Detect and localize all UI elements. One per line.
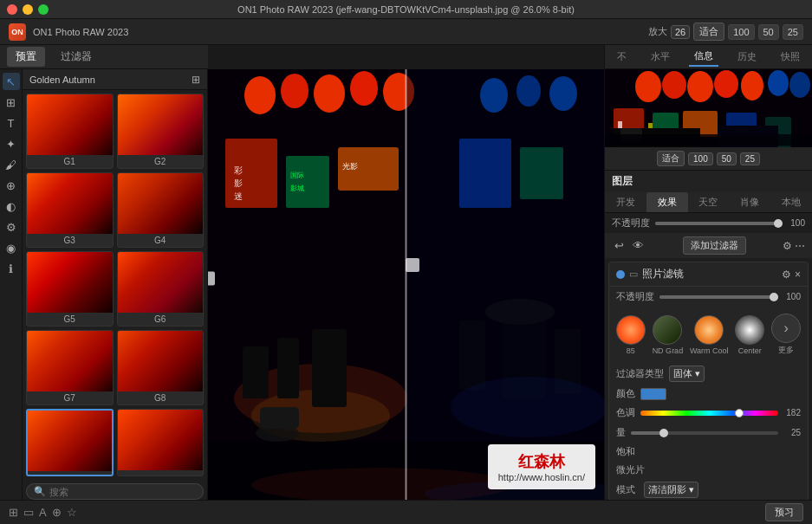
svg-point-46 xyxy=(789,72,810,98)
preset-more[interactable]: › 更多 xyxy=(771,314,801,356)
tab-filters[interactable]: 过滤器 xyxy=(52,47,101,67)
add-filter-row: ↩ 👁 添加过滤器 ⚙ ⋯ xyxy=(605,233,812,258)
color-tone-slider[interactable] xyxy=(640,411,778,416)
thumbnail-g4[interactable]: G4 xyxy=(117,172,205,248)
zoom-25-button[interactable]: 25 xyxy=(783,24,803,40)
thumbnail-extra[interactable] xyxy=(117,409,205,476)
tool-select-icon[interactable]: ↖ xyxy=(3,73,20,90)
thumbnail-g8[interactable]: G8 xyxy=(117,330,205,405)
preview-button[interactable]: 预习 xyxy=(765,503,803,521)
zoom-50-sm[interactable]: 50 xyxy=(717,152,737,165)
tab-level[interactable]: 水平 xyxy=(646,48,675,66)
filmstrip-panel: Golden Autumn ⊞ G1 G2 G3 G4 G5 xyxy=(23,69,208,500)
preset-warm-circle[interactable] xyxy=(694,315,724,345)
layer-tab-sky[interactable]: 天空 xyxy=(688,192,730,212)
filter-opacity-label: 不透明度 xyxy=(616,290,654,303)
tool-mask-icon[interactable]: ◉ xyxy=(3,239,20,256)
layer-tab-develop[interactable]: 开发 xyxy=(605,192,646,212)
search-area: 🔍 xyxy=(23,480,207,500)
filter-type-select[interactable]: 固体 ▾ xyxy=(669,366,705,382)
tool-heal-icon[interactable]: ✦ xyxy=(3,135,20,152)
filter-rotate-icon[interactable]: ↩ xyxy=(612,237,627,254)
preset-warm-cool[interactable]: Warm Cool xyxy=(690,315,729,355)
tab-snapshot[interactable]: 快照 xyxy=(776,48,805,66)
preset-nd-circle[interactable] xyxy=(653,315,682,345)
search-icon: 🔍 xyxy=(34,486,46,497)
tool-brush-icon[interactable]: 🖌 xyxy=(3,156,20,173)
preset-85[interactable]: 85 xyxy=(616,315,646,355)
tab-history[interactable]: 历史 xyxy=(732,48,762,66)
tool-crop-icon[interactable]: ⊞ xyxy=(3,94,20,111)
thumbnail-g1[interactable]: G1 xyxy=(26,94,114,169)
thumbnail-g5[interactable]: G5 xyxy=(26,251,114,327)
filmstrip-grid-toggle[interactable]: ⊞ xyxy=(192,74,200,86)
tool-gradient-icon[interactable]: ◐ xyxy=(3,197,20,215)
filter-eye-icon[interactable]: 👁 xyxy=(630,237,646,254)
layer-tab-local[interactable]: 本地 xyxy=(770,192,812,212)
thumb-label-g8: G8 xyxy=(118,391,204,404)
filmstrip-grid: G1 G2 G3 G4 G5 G6 xyxy=(23,90,207,480)
thumbnail-g6[interactable]: G6 xyxy=(117,251,205,327)
search-input[interactable] xyxy=(49,487,196,497)
thumbnail-g7[interactable]: G7 xyxy=(26,330,114,405)
status-layers-icon[interactable]: ⊕ xyxy=(52,506,62,519)
layer-tab-effects[interactable]: 效果 xyxy=(646,192,688,212)
preset-more-circle[interactable]: › xyxy=(771,314,801,343)
svg-rect-18 xyxy=(277,338,299,398)
preset-85-circle[interactable] xyxy=(616,315,646,345)
filter-opacity-slider[interactable] xyxy=(659,295,778,299)
add-filter-button[interactable]: 添加过滤器 xyxy=(683,236,746,255)
right-panel-content: 图层 开发 效果 天空 肖像 本地 不透明度 100 xyxy=(605,171,812,500)
density-slider[interactable] xyxy=(631,431,778,435)
filter-active-dot[interactable] xyxy=(616,270,625,279)
svg-point-1 xyxy=(244,76,276,114)
filter-dots-icon[interactable]: ⋯ xyxy=(795,240,805,252)
fullscreen-button[interactable] xyxy=(38,4,49,15)
status-monitor-icon[interactable]: ▭ xyxy=(23,506,34,519)
svg-rect-38 xyxy=(406,258,419,272)
mode-select[interactable]: 清洁阴影 ▾ xyxy=(644,482,698,498)
zoom-50-button[interactable]: 50 xyxy=(758,24,779,40)
opacity-label: 不透明度 xyxy=(612,217,650,230)
thumbnail-g3[interactable]: G3 xyxy=(26,172,114,248)
tab-not[interactable]: 不 xyxy=(612,48,632,66)
filter-action-settings[interactable]: ⚙ xyxy=(782,268,791,281)
mode-chevron: ▾ xyxy=(689,484,694,495)
tool-info-icon[interactable]: ℹ xyxy=(3,260,20,277)
filter-right-icons: ⚙ ⋯ xyxy=(783,240,805,252)
status-photo-icon[interactable]: ⊞ xyxy=(9,506,18,519)
tab-presets[interactable]: 预置 xyxy=(7,47,45,67)
thumbnail-selected[interactable] xyxy=(26,409,114,476)
opacity-slider[interactable] xyxy=(655,222,783,225)
tab-info[interactable]: 信息 xyxy=(689,47,718,67)
color-swatch[interactable] xyxy=(640,388,666,400)
zoom-25-sm[interactable]: 25 xyxy=(740,152,760,165)
filter-settings-icon[interactable]: ⚙ xyxy=(783,240,792,252)
svg-rect-19 xyxy=(312,329,347,407)
thumbnail-g2[interactable]: G2 xyxy=(117,94,205,169)
tool-clone-icon[interactable]: ⊕ xyxy=(3,177,20,194)
close-button[interactable] xyxy=(7,4,17,15)
minimize-button[interactable] xyxy=(23,4,33,15)
fit-button[interactable]: 适合 xyxy=(693,23,724,41)
status-star-icon[interactable]: ☆ xyxy=(67,506,77,519)
filter-action-close[interactable]: × xyxy=(795,268,801,281)
svg-text:影: 影 xyxy=(234,178,243,188)
preset-nd-grad[interactable]: ND Grad xyxy=(653,315,684,355)
zoom-value[interactable]: 26 xyxy=(671,25,690,39)
zoom-100-sm[interactable]: 100 xyxy=(688,152,713,165)
tool-text-icon[interactable]: T xyxy=(3,114,20,132)
fit-sm-button[interactable]: 适合 xyxy=(657,151,685,166)
traffic-lights[interactable] xyxy=(7,4,49,15)
zoom-100-button[interactable]: 100 xyxy=(728,24,754,40)
watermark-overlay: 红森林 http://www.hoslin.cn/ xyxy=(488,444,595,489)
preset-center[interactable]: Center xyxy=(735,315,764,355)
search-bar[interactable]: 🔍 xyxy=(26,483,204,500)
preset-center-circle[interactable] xyxy=(735,315,764,345)
filter-opacity-row: 不透明度 100 xyxy=(609,287,808,307)
saturation-row: 饱和 xyxy=(609,443,808,461)
filter-layer-icon[interactable]: ▭ xyxy=(629,268,638,280)
tool-adjustment-icon[interactable]: ⚙ xyxy=(3,218,20,236)
layer-tab-portrait[interactable]: 肖像 xyxy=(729,192,770,212)
status-text-icon[interactable]: A xyxy=(39,506,47,519)
